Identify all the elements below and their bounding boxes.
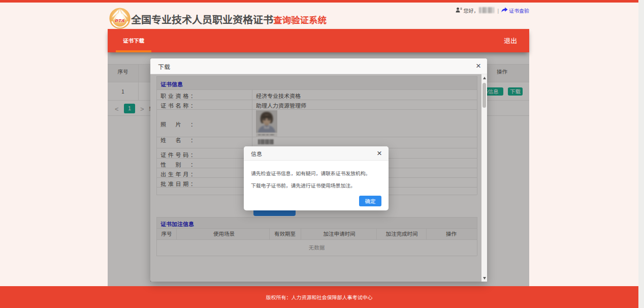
svg-text:PTA: PTA (115, 18, 125, 23)
